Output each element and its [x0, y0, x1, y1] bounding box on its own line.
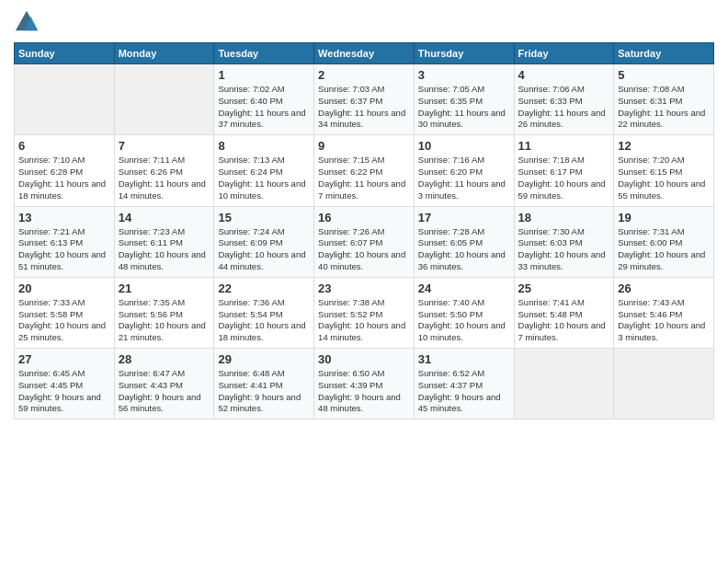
calendar-cell: 2Sunrise: 7:03 AMSunset: 6:37 PMDaylight…	[314, 64, 415, 135]
header-row: SundayMondayTuesdayWednesdayThursdayFrid…	[15, 43, 714, 64]
calendar-cell: 27Sunrise: 6:45 AMSunset: 4:45 PMDayligh…	[15, 349, 115, 419]
calendar-table: SundayMondayTuesdayWednesdayThursdayFrid…	[14, 42, 714, 419]
calendar-cell: 17Sunrise: 7:28 AMSunset: 6:05 PMDayligh…	[414, 206, 514, 277]
day-number: 5	[618, 68, 710, 82]
day-info: Sunrise: 7:05 AMSunset: 6:35 PMDaylight:…	[418, 84, 510, 131]
calendar-cell: 24Sunrise: 7:40 AMSunset: 5:50 PMDayligh…	[414, 277, 514, 348]
calendar-cell: 16Sunrise: 7:26 AMSunset: 6:07 PMDayligh…	[314, 206, 415, 277]
day-info: Sunrise: 7:21 AMSunset: 6:13 PMDaylight:…	[18, 226, 110, 273]
day-number: 10	[418, 139, 510, 153]
day-info: Sunrise: 7:28 AMSunset: 6:05 PMDaylight:…	[418, 226, 510, 273]
calendar-header: SundayMondayTuesdayWednesdayThursdayFrid…	[15, 43, 714, 64]
day-number: 31	[418, 352, 510, 366]
day-number: 16	[318, 211, 410, 224]
calendar-cell: 18Sunrise: 7:30 AMSunset: 6:03 PMDayligh…	[514, 206, 614, 277]
day-info: Sunrise: 6:52 AMSunset: 4:37 PMDaylight:…	[418, 368, 510, 415]
calendar-cell: 20Sunrise: 7:33 AMSunset: 5:58 PMDayligh…	[15, 277, 115, 348]
header-day: Saturday	[614, 43, 714, 64]
day-info: Sunrise: 7:08 AMSunset: 6:31 PMDaylight:…	[618, 84, 710, 131]
calendar-cell: 21Sunrise: 7:35 AMSunset: 5:56 PMDayligh…	[114, 277, 214, 348]
calendar-cell: 28Sunrise: 6:47 AMSunset: 4:43 PMDayligh…	[114, 349, 214, 419]
day-number: 9	[318, 139, 410, 153]
day-number: 12	[618, 139, 710, 153]
day-number: 17	[418, 211, 510, 224]
calendar-cell: 30Sunrise: 6:50 AMSunset: 4:39 PMDayligh…	[314, 349, 415, 419]
day-info: Sunrise: 7:24 AMSunset: 6:09 PMDaylight:…	[218, 226, 310, 273]
header-day: Thursday	[414, 43, 514, 64]
calendar-cell: 11Sunrise: 7:18 AMSunset: 6:17 PMDayligh…	[514, 135, 614, 206]
day-number: 19	[618, 211, 710, 224]
day-info: Sunrise: 7:33 AMSunset: 5:58 PMDaylight:…	[18, 297, 110, 344]
day-info: Sunrise: 7:30 AMSunset: 6:03 PMDaylight:…	[518, 226, 610, 273]
day-info: Sunrise: 7:16 AMSunset: 6:20 PMDaylight:…	[418, 155, 510, 201]
day-info: Sunrise: 7:26 AMSunset: 6:07 PMDaylight:…	[318, 226, 410, 273]
day-number: 24	[418, 282, 510, 295]
calendar-cell: 6Sunrise: 7:10 AMSunset: 6:28 PMDaylight…	[15, 135, 115, 206]
day-number: 6	[18, 139, 110, 153]
day-info: Sunrise: 7:41 AMSunset: 5:48 PMDaylight:…	[518, 297, 610, 344]
day-info: Sunrise: 7:11 AMSunset: 6:26 PMDaylight:…	[119, 155, 210, 201]
day-number: 8	[218, 139, 310, 153]
calendar-body: 1Sunrise: 7:02 AMSunset: 6:40 PMDaylight…	[15, 64, 714, 419]
calendar-cell: 9Sunrise: 7:15 AMSunset: 6:22 PMDaylight…	[314, 135, 415, 206]
day-number: 27	[18, 352, 110, 366]
header-day: Tuesday	[214, 43, 314, 64]
day-info: Sunrise: 7:03 AMSunset: 6:37 PMDaylight:…	[318, 84, 410, 131]
calendar-cell: 29Sunrise: 6:48 AMSunset: 4:41 PMDayligh…	[214, 349, 314, 419]
calendar-cell: 12Sunrise: 7:20 AMSunset: 6:15 PMDayligh…	[614, 135, 714, 206]
calendar-cell: 19Sunrise: 7:31 AMSunset: 6:00 PMDayligh…	[614, 206, 714, 277]
calendar-row: 20Sunrise: 7:33 AMSunset: 5:58 PMDayligh…	[15, 277, 714, 348]
day-number: 21	[119, 282, 210, 295]
calendar-cell: 25Sunrise: 7:41 AMSunset: 5:48 PMDayligh…	[514, 277, 614, 348]
calendar-cell: 22Sunrise: 7:36 AMSunset: 5:54 PMDayligh…	[214, 277, 314, 348]
calendar-cell: 14Sunrise: 7:23 AMSunset: 6:11 PMDayligh…	[114, 206, 214, 277]
calendar-cell	[614, 349, 714, 419]
calendar-cell: 1Sunrise: 7:02 AMSunset: 6:40 PMDaylight…	[214, 64, 314, 135]
day-info: Sunrise: 6:50 AMSunset: 4:39 PMDaylight:…	[318, 368, 410, 415]
day-number: 13	[18, 211, 110, 224]
calendar-cell	[514, 349, 614, 419]
day-info: Sunrise: 7:10 AMSunset: 6:28 PMDaylight:…	[18, 155, 110, 201]
day-number: 3	[418, 68, 510, 82]
day-number: 22	[218, 282, 310, 295]
calendar-cell	[114, 64, 214, 135]
calendar-cell	[15, 64, 115, 135]
day-info: Sunrise: 7:20 AMSunset: 6:15 PMDaylight:…	[618, 155, 710, 201]
calendar-row: 6Sunrise: 7:10 AMSunset: 6:28 PMDaylight…	[15, 135, 714, 206]
day-number: 25	[518, 282, 610, 295]
header-day: Monday	[114, 43, 214, 64]
day-number: 1	[218, 68, 310, 82]
day-number: 11	[518, 139, 610, 153]
calendar-row: 1Sunrise: 7:02 AMSunset: 6:40 PMDaylight…	[15, 64, 714, 135]
calendar-cell: 8Sunrise: 7:13 AMSunset: 6:24 PMDaylight…	[214, 135, 314, 206]
day-number: 7	[119, 139, 210, 153]
calendar-row: 27Sunrise: 6:45 AMSunset: 4:45 PMDayligh…	[15, 349, 714, 419]
day-info: Sunrise: 7:36 AMSunset: 5:54 PMDaylight:…	[218, 297, 310, 344]
day-number: 28	[119, 352, 210, 366]
day-info: Sunrise: 7:43 AMSunset: 5:46 PMDaylight:…	[618, 297, 710, 344]
logo-icon	[14, 9, 40, 35]
calendar-cell: 3Sunrise: 7:05 AMSunset: 6:35 PMDaylight…	[414, 64, 514, 135]
calendar-cell: 13Sunrise: 7:21 AMSunset: 6:13 PMDayligh…	[15, 206, 115, 277]
calendar-cell: 23Sunrise: 7:38 AMSunset: 5:52 PMDayligh…	[314, 277, 415, 348]
day-info: Sunrise: 7:23 AMSunset: 6:11 PMDaylight:…	[119, 226, 210, 273]
page-header	[14, 9, 714, 35]
logo	[14, 9, 43, 35]
day-number: 30	[318, 352, 410, 366]
day-number: 29	[218, 352, 310, 366]
day-number: 4	[518, 68, 610, 82]
day-info: Sunrise: 6:45 AMSunset: 4:45 PMDaylight:…	[18, 368, 110, 415]
day-info: Sunrise: 7:06 AMSunset: 6:33 PMDaylight:…	[518, 84, 610, 131]
day-number: 20	[18, 282, 110, 295]
day-number: 18	[518, 211, 610, 224]
calendar-cell: 10Sunrise: 7:16 AMSunset: 6:20 PMDayligh…	[414, 135, 514, 206]
calendar-cell: 26Sunrise: 7:43 AMSunset: 5:46 PMDayligh…	[614, 277, 714, 348]
day-info: Sunrise: 7:40 AMSunset: 5:50 PMDaylight:…	[418, 297, 510, 344]
calendar-cell: 4Sunrise: 7:06 AMSunset: 6:33 PMDaylight…	[514, 64, 614, 135]
day-number: 15	[218, 211, 310, 224]
calendar-cell: 15Sunrise: 7:24 AMSunset: 6:09 PMDayligh…	[214, 206, 314, 277]
day-number: 26	[618, 282, 710, 295]
day-info: Sunrise: 7:13 AMSunset: 6:24 PMDaylight:…	[218, 155, 310, 201]
day-info: Sunrise: 7:15 AMSunset: 6:22 PMDaylight:…	[318, 155, 410, 201]
day-info: Sunrise: 7:38 AMSunset: 5:52 PMDaylight:…	[318, 297, 410, 344]
